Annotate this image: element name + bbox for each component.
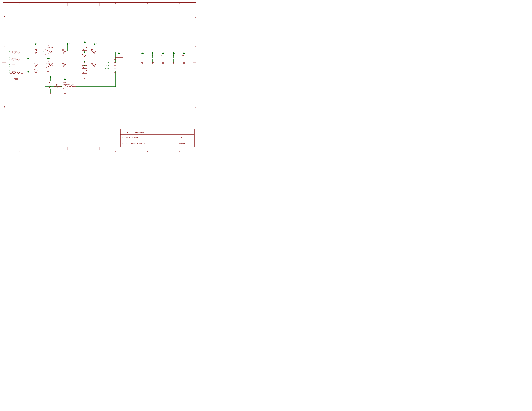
green-label: Green — [11, 57, 16, 59]
conn-pin3: 3 — [112, 65, 113, 67]
conn-pin2: 2 — [112, 62, 113, 64]
title-label: TITLE: — [122, 132, 129, 134]
u2-ref: U$2 — [47, 61, 49, 63]
col-5-label-b: 5 — [147, 151, 148, 153]
col-6-label-b: 6 — [179, 151, 180, 153]
row-e-label-l: E — [4, 134, 5, 137]
j1-pin3: 3 — [9, 59, 10, 61]
brown-label: Brown — [11, 71, 16, 72]
u1-part: 74LVC04 — [47, 47, 53, 48]
r5-ref: R5 — [56, 84, 58, 85]
r3-ref: R3 — [34, 69, 36, 71]
svg-marker-64 — [82, 54, 87, 57]
col-3-label: 3 — [83, 3, 84, 5]
junction-diode-mid2 — [84, 65, 85, 66]
col-4-label: 4 — [115, 3, 116, 5]
row-c-label-r: C — [195, 77, 196, 79]
u2-pin-in: 4 — [43, 64, 44, 66]
rev-label: REV: — [179, 137, 183, 138]
r2-ref: R2 — [34, 63, 36, 64]
junction-diode-mid — [84, 52, 85, 53]
j1-pin1: 1 — [9, 52, 10, 54]
sheet-value: 1/1 — [186, 143, 189, 145]
date-value: 3/22/18 10:39 AM — [129, 143, 145, 145]
blue-label: Blue — [11, 64, 15, 66]
title-value: receiver — [135, 131, 145, 134]
u1-ref: U$1 — [47, 45, 49, 47]
j1-pin7: 7 — [9, 72, 10, 74]
svg-rect-0 — [3, 2, 196, 150]
j1-pin4: 4 — [9, 64, 10, 65]
r9-ref: R9 — [72, 83, 74, 85]
col-5-label: 5 — [147, 3, 148, 5]
col-2-label-b: 2 — [51, 151, 52, 153]
row-c-label-l: C — [4, 77, 5, 79]
sdout-label: SDOUT — [105, 68, 109, 70]
sheet-label: Sheet: — [179, 143, 185, 145]
conn-pin4: 4 — [112, 68, 113, 70]
u5-gnd: m — [64, 94, 64, 96]
row-b-label-l: B — [4, 46, 5, 48]
row-d-label-r: D — [195, 106, 196, 109]
u2-gnd: m — [47, 73, 48, 75]
j1-pin5: 5 — [9, 65, 10, 67]
j1-pin6: 6 — [9, 57, 10, 59]
svg-marker-91 — [82, 70, 87, 73]
col-6-label: 6 — [179, 3, 180, 5]
docnum-label: Document Number: — [122, 137, 139, 138]
svg-marker-62 — [82, 47, 87, 51]
svg-rect-122 — [115, 57, 123, 77]
col-1-label: 1 — [19, 3, 20, 5]
orange-label: Orange — [11, 51, 17, 53]
r8-ref: R8 — [91, 62, 93, 64]
j1-ref: J1 — [11, 45, 13, 47]
u2-part: 74LVC04 — [47, 63, 53, 64]
j1-pin8: 8 — [9, 70, 10, 72]
row-a-label-r: A — [195, 16, 196, 18]
sclk-label: SCLK — [106, 62, 109, 64]
date-label: Date: — [122, 143, 128, 145]
row-d-label-l: D — [4, 106, 5, 109]
u1-gnd: m — [47, 60, 48, 61]
row-a-label-l: A — [4, 16, 5, 18]
svg-marker-103 — [48, 81, 53, 84]
row-e-label-r: E — [195, 134, 196, 137]
conn-pin5: 5 — [112, 72, 113, 73]
col-4-label-b: 4 — [115, 151, 116, 153]
r4-ref: R4 — [62, 49, 64, 51]
sdin-label: SDIN — [106, 65, 109, 67]
u5-pin-in: in — [60, 86, 62, 87]
col-1-label-b: 1 — [19, 151, 20, 153]
row-b-label-r: B — [195, 46, 196, 48]
r6-ref: R6 — [62, 62, 64, 64]
schematic-container: 1 2 3 4 5 6 1 2 3 4 5 6 A B C D E A B C … — [0, 0, 199, 154]
svg-marker-51 — [45, 49, 51, 55]
u5-ref: U$5 — [63, 82, 66, 83]
j1-pin2: 2 — [9, 51, 10, 52]
u1-pin-in: 4 — [43, 51, 44, 53]
conn-pin1: 1 — [112, 59, 113, 60]
r7-ref: R7 — [91, 49, 93, 51]
col-2-label: 2 — [51, 3, 52, 5]
col-3-label-b: 3 — [83, 151, 84, 153]
